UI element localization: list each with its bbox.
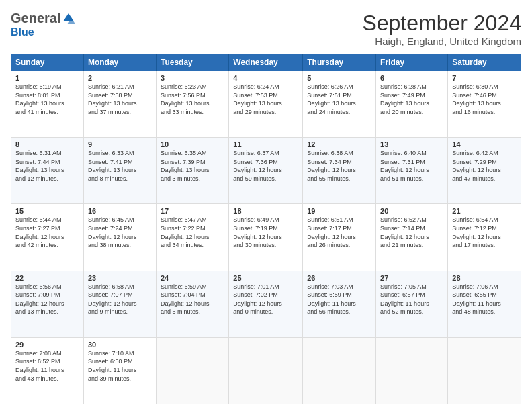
calendar-cell: 5Sunrise: 6:26 AM Sunset: 7:51 PM Daylig… [303, 71, 376, 138]
day-info: Sunrise: 7:06 AM Sunset: 6:55 PM Dayligh… [452, 283, 517, 316]
calendar-cell: 23Sunrise: 6:58 AM Sunset: 7:07 PM Dayli… [83, 271, 156, 337]
calendar: SundayMondayTuesdayWednesdayThursdayFrid… [11, 54, 521, 404]
calendar-header-friday: Friday [376, 54, 448, 71]
day-info: Sunrise: 6:19 AM Sunset: 8:01 PM Dayligh… [15, 83, 79, 116]
day-number: 6 [380, 74, 443, 82]
day-number: 16 [88, 207, 152, 215]
day-number: 3 [161, 74, 224, 82]
day-number: 9 [88, 140, 152, 148]
day-number: 7 [452, 74, 517, 82]
day-info: Sunrise: 7:03 AM Sunset: 6:59 PM Dayligh… [307, 283, 371, 316]
calendar-cell [448, 337, 521, 404]
calendar-cell: 14Sunrise: 6:42 AM Sunset: 7:29 PM Dayli… [448, 138, 521, 204]
day-number: 19 [307, 207, 371, 215]
day-number: 28 [452, 274, 517, 282]
calendar-cell: 25Sunrise: 7:01 AM Sunset: 7:02 PM Dayli… [229, 271, 303, 337]
calendar-cell: 29Sunrise: 7:08 AM Sunset: 6:52 PM Dayli… [11, 337, 84, 404]
day-number: 14 [452, 140, 517, 148]
calendar-week-row: 1Sunrise: 6:19 AM Sunset: 8:01 PM Daylig… [11, 71, 521, 138]
calendar-cell: 9Sunrise: 6:33 AM Sunset: 7:41 PM Daylig… [83, 138, 156, 204]
day-number: 27 [380, 274, 443, 282]
logo-general-text: General [11, 11, 60, 26]
calendar-week-row: 22Sunrise: 6:56 AM Sunset: 7:09 PM Dayli… [11, 271, 521, 337]
calendar-cell: 13Sunrise: 6:40 AM Sunset: 7:31 PM Dayli… [376, 138, 448, 204]
calendar-week-row: 29Sunrise: 7:08 AM Sunset: 6:52 PM Dayli… [11, 337, 521, 404]
calendar-cell: 21Sunrise: 6:54 AM Sunset: 7:12 PM Dayli… [448, 204, 521, 271]
day-info: Sunrise: 6:58 AM Sunset: 7:07 PM Dayligh… [88, 283, 152, 316]
day-info: Sunrise: 6:56 AM Sunset: 7:09 PM Dayligh… [15, 283, 79, 316]
calendar-header-tuesday: Tuesday [156, 54, 228, 71]
calendar-header-monday: Monday [83, 54, 156, 71]
day-info: Sunrise: 6:28 AM Sunset: 7:49 PM Dayligh… [380, 83, 443, 116]
day-number: 1 [15, 74, 79, 82]
day-info: Sunrise: 6:40 AM Sunset: 7:31 PM Dayligh… [380, 149, 443, 183]
day-info: Sunrise: 7:08 AM Sunset: 6:52 PM Dayligh… [15, 349, 79, 383]
day-info: Sunrise: 7:10 AM Sunset: 6:50 PM Dayligh… [88, 349, 152, 383]
calendar-cell: 17Sunrise: 6:47 AM Sunset: 7:22 PM Dayli… [156, 204, 228, 271]
title-block: September 2024 Haigh, England, United Ki… [362, 11, 521, 47]
day-info: Sunrise: 6:33 AM Sunset: 7:41 PM Dayligh… [88, 149, 152, 183]
calendar-header-thursday: Thursday [303, 54, 376, 71]
calendar-cell: 8Sunrise: 6:31 AM Sunset: 7:44 PM Daylig… [11, 138, 84, 204]
calendar-cell: 15Sunrise: 6:44 AM Sunset: 7:27 PM Dayli… [11, 204, 84, 271]
calendar-cell: 10Sunrise: 6:35 AM Sunset: 7:39 PM Dayli… [156, 138, 228, 204]
day-number: 17 [161, 207, 224, 215]
day-info: Sunrise: 6:26 AM Sunset: 7:51 PM Dayligh… [307, 83, 371, 116]
day-info: Sunrise: 6:51 AM Sunset: 7:17 PM Dayligh… [307, 216, 371, 249]
day-info: Sunrise: 6:23 AM Sunset: 7:56 PM Dayligh… [161, 83, 224, 116]
day-info: Sunrise: 6:59 AM Sunset: 7:04 PM Dayligh… [161, 283, 224, 316]
logo-blue-text: Blue [11, 26, 34, 38]
day-info: Sunrise: 6:35 AM Sunset: 7:39 PM Dayligh… [161, 149, 224, 183]
calendar-cell: 22Sunrise: 6:56 AM Sunset: 7:09 PM Dayli… [11, 271, 84, 337]
calendar-cell [376, 337, 448, 404]
day-info: Sunrise: 6:31 AM Sunset: 7:44 PM Dayligh… [15, 149, 79, 183]
calendar-cell: 20Sunrise: 6:52 AM Sunset: 7:14 PM Dayli… [376, 204, 448, 271]
day-number: 8 [15, 140, 79, 148]
day-info: Sunrise: 6:30 AM Sunset: 7:46 PM Dayligh… [452, 83, 517, 116]
calendar-cell: 28Sunrise: 7:06 AM Sunset: 6:55 PM Dayli… [448, 271, 521, 337]
day-info: Sunrise: 6:52 AM Sunset: 7:14 PM Dayligh… [380, 216, 443, 249]
calendar-cell: 1Sunrise: 6:19 AM Sunset: 8:01 PM Daylig… [11, 71, 84, 138]
calendar-header-sunday: Sunday [11, 54, 84, 71]
page: General Blue September 2024 Haigh, Engla… [0, 0, 532, 411]
day-number: 12 [307, 140, 371, 148]
day-number: 22 [15, 274, 79, 282]
day-number: 26 [307, 274, 371, 282]
calendar-cell [229, 337, 303, 404]
day-info: Sunrise: 7:01 AM Sunset: 7:02 PM Dayligh… [233, 283, 298, 316]
logo-icon [62, 12, 75, 26]
day-info: Sunrise: 6:45 AM Sunset: 7:24 PM Dayligh… [88, 216, 152, 249]
calendar-cell: 19Sunrise: 6:51 AM Sunset: 7:17 PM Dayli… [303, 204, 376, 271]
calendar-cell [303, 337, 376, 404]
calendar-cell: 12Sunrise: 6:38 AM Sunset: 7:34 PM Dayli… [303, 138, 376, 204]
day-info: Sunrise: 6:38 AM Sunset: 7:34 PM Dayligh… [307, 149, 371, 183]
day-number: 18 [233, 207, 298, 215]
day-number: 20 [380, 207, 443, 215]
calendar-week-row: 8Sunrise: 6:31 AM Sunset: 7:44 PM Daylig… [11, 138, 521, 204]
calendar-cell: 18Sunrise: 6:49 AM Sunset: 7:19 PM Dayli… [229, 204, 303, 271]
calendar-cell: 26Sunrise: 7:03 AM Sunset: 6:59 PM Dayli… [303, 271, 376, 337]
calendar-cell: 24Sunrise: 6:59 AM Sunset: 7:04 PM Dayli… [156, 271, 228, 337]
calendar-cell: 27Sunrise: 7:05 AM Sunset: 6:57 PM Dayli… [376, 271, 448, 337]
calendar-cell [156, 337, 228, 404]
day-number: 11 [233, 140, 298, 148]
day-number: 30 [88, 340, 152, 349]
calendar-cell: 3Sunrise: 6:23 AM Sunset: 7:56 PM Daylig… [156, 71, 228, 138]
header: General Blue September 2024 Haigh, Engla… [11, 11, 521, 47]
day-number: 10 [161, 140, 224, 148]
day-number: 15 [15, 207, 79, 215]
day-info: Sunrise: 6:47 AM Sunset: 7:22 PM Dayligh… [161, 216, 224, 249]
day-info: Sunrise: 6:37 AM Sunset: 7:36 PM Dayligh… [233, 149, 298, 183]
day-number: 25 [233, 274, 298, 282]
calendar-cell: 11Sunrise: 6:37 AM Sunset: 7:36 PM Dayli… [229, 138, 303, 204]
day-info: Sunrise: 7:05 AM Sunset: 6:57 PM Dayligh… [380, 283, 443, 316]
calendar-header-row: SundayMondayTuesdayWednesdayThursdayFrid… [11, 54, 521, 71]
day-number: 24 [161, 274, 224, 282]
day-number: 23 [88, 274, 152, 282]
day-info: Sunrise: 6:24 AM Sunset: 7:53 PM Dayligh… [233, 83, 298, 116]
location: Haigh, England, United Kingdom [362, 36, 521, 47]
calendar-cell: 16Sunrise: 6:45 AM Sunset: 7:24 PM Dayli… [83, 204, 156, 271]
day-info: Sunrise: 6:42 AM Sunset: 7:29 PM Dayligh… [452, 149, 517, 183]
month-title: September 2024 [362, 11, 521, 36]
day-info: Sunrise: 6:21 AM Sunset: 7:58 PM Dayligh… [88, 83, 152, 116]
